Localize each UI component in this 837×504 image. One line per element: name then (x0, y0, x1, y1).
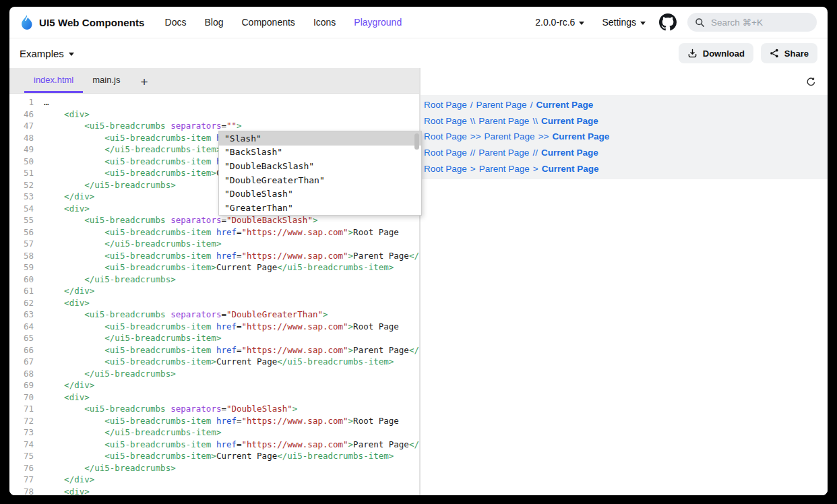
examples-label: Examples (20, 48, 64, 59)
nav-link-icons[interactable]: Icons (313, 17, 336, 28)
breadcrumb-link[interactable]: Root Page (424, 100, 467, 110)
examples-menu[interactable]: Examples (20, 48, 74, 59)
line-number: 75 (9, 450, 44, 462)
site-header: UI5 Web Components DocsBlogComponentsIco… (9, 7, 828, 38)
breadcrumb-link[interactable]: Root Page (424, 131, 467, 141)
code-line-text: </ui5-breadcrumbs> (44, 462, 176, 474)
autocomplete-option[interactable]: "DoubleSlash" (219, 187, 421, 201)
line-number: 62 (9, 297, 44, 309)
code-line[interactable]: 78 <div> (9, 486, 419, 496)
breadcrumb-link[interactable]: Root Page (424, 164, 467, 174)
code-line-text: <ui5-breadcrumbs-item href="https://www.… (44, 250, 419, 262)
share-button[interactable]: Share (761, 43, 817, 63)
code-line[interactable]: 61 </div> (9, 285, 419, 297)
dropdown-scrollbar-thumb[interactable] (414, 133, 419, 150)
search-input[interactable] (710, 17, 793, 28)
line-number: 48 (9, 132, 44, 144)
code-line-text: <ui5-breadcrumbs-item href="https://www.… (44, 321, 399, 333)
code-line[interactable]: 75 <ui5-breadcrumbs-item>Current Page</u… (9, 450, 419, 462)
breadcrumb-link[interactable]: Parent Page (485, 131, 535, 141)
code-line[interactable]: 69 </div> (9, 379, 419, 391)
breadcrumb-separator: / (530, 100, 533, 110)
tab-index.html[interactable]: index.html (24, 68, 83, 93)
editor-tabbar: index.htmlmain.js + (9, 68, 419, 94)
code-line[interactable]: 1… (9, 96, 419, 108)
code-line[interactable]: 72 <ui5-breadcrumbs-item href="https://w… (9, 415, 419, 427)
code-line[interactable]: 67 <ui5-breadcrumbs-item>Current Page</u… (9, 356, 419, 368)
breadcrumb-link[interactable]: Root Page (424, 116, 467, 126)
code-line[interactable]: 70 <div> (9, 391, 419, 404)
code-line[interactable]: 68 </ui5-breadcrumbs> (9, 368, 419, 380)
line-number: 64 (9, 321, 44, 333)
code-line[interactable]: 58 <ui5-breadcrumbs-item href="https://w… (9, 250, 419, 262)
code-line[interactable]: 62 <div> (9, 297, 419, 309)
code-line[interactable]: 59 <ui5-breadcrumbs-item>Current Page</u… (9, 261, 419, 274)
breadcrumb-link[interactable]: Parent Page (476, 100, 527, 110)
code-line[interactable]: 71 <ui5-breadcrumbs separators="DoubleSl… (9, 403, 419, 415)
code-line[interactable]: 46 <div> (9, 108, 419, 121)
autocomplete-option[interactable]: "DoubleBackSlash" (219, 159, 421, 173)
code-line[interactable]: 63 <ui5-breadcrumbs separators="DoubleGr… (9, 309, 419, 321)
code-line[interactable]: 66 <ui5-breadcrumbs-item href="https://w… (9, 344, 419, 356)
code-line[interactable]: 47 <ui5-breadcrumbs separators=""> (9, 120, 419, 132)
autocomplete-option[interactable]: "BackSlash" (219, 146, 421, 160)
code-line[interactable]: 60 </ui5-breadcrumbs> (9, 274, 419, 286)
code-line[interactable]: 55 <ui5-breadcrumbs separators="DoubleBa… (9, 214, 419, 226)
line-number: 67 (9, 356, 44, 368)
code-line[interactable]: 73 </ui5-breadcrumbs-item> (9, 427, 419, 439)
line-number: 74 (9, 439, 44, 451)
code-line-text: </ui5-breadcrumbs> (44, 179, 176, 191)
nav-link-components[interactable]: Components (241, 17, 294, 28)
code-line[interactable]: 65 </ui5-breadcrumbs-item> (9, 332, 419, 344)
settings-menu[interactable]: Settings (602, 17, 646, 28)
line-number: 46 (9, 108, 44, 121)
search-box[interactable] (687, 13, 817, 32)
brand-link[interactable]: UI5 Web Components (20, 15, 145, 30)
code-line-text: <ui5-breadcrumbs separators=""> (44, 120, 242, 132)
code-line[interactable]: 56 <ui5-breadcrumbs-item href="https://w… (9, 226, 419, 239)
code-line[interactable]: 77 </div> (9, 474, 419, 486)
code-line-text: <ui5-breadcrumbs-item>Current Page</ui5-… (44, 356, 394, 368)
breadcrumb-link[interactable]: Parent Page (478, 116, 529, 126)
code-line[interactable]: 64 <ui5-breadcrumbs-item href="https://w… (9, 321, 419, 333)
github-link[interactable] (659, 13, 677, 31)
tab-main.js[interactable]: main.js (83, 68, 129, 93)
code-line[interactable]: 76 </ui5-breadcrumbs> (9, 462, 419, 474)
nav-link-docs[interactable]: Docs (165, 17, 187, 28)
breadcrumb: Root Page>Parent Page>Current Page (424, 160, 828, 177)
breadcrumb-separator: > (533, 164, 538, 174)
code-line-text: <ui5-breadcrumbs-item>Current Page</ui5-… (44, 261, 394, 274)
breadcrumb-current: Current Page (542, 164, 599, 174)
add-tab-button[interactable]: + (129, 68, 157, 93)
nav-link-playground[interactable]: Playground (354, 17, 402, 28)
line-number: 68 (9, 368, 44, 380)
autocomplete-option[interactable]: "GreaterThan" (219, 201, 421, 215)
breadcrumb-separator: \\ (470, 116, 476, 126)
brand-title: UI5 Web Components (39, 17, 145, 28)
autocomplete-option[interactable]: "DoubleGreaterThan" (219, 173, 421, 187)
code-line[interactable]: 57 </ui5-breadcrumbs-item> (9, 238, 419, 250)
nav-link-blog[interactable]: Blog (204, 17, 223, 28)
line-number: 70 (9, 391, 44, 404)
code-line[interactable]: 74 <ui5-breadcrumbs-item href="https://w… (9, 439, 419, 451)
examples-toolbar: Examples Download (9, 38, 828, 69)
code-line-text: </ui5-breadcrumbs-item> (44, 332, 221, 344)
preview-canvas: Root Page/Parent Page/Current PageRoot P… (421, 95, 828, 179)
download-label: Download (703, 49, 745, 59)
line-number: 51 (9, 167, 44, 179)
breadcrumb-link[interactable]: Root Page (424, 148, 467, 158)
autocomplete-option[interactable]: "Slash" (219, 131, 421, 146)
version-menu[interactable]: 2.0.0-rc.6 (535, 17, 584, 28)
breadcrumb-current: Current Page (541, 148, 598, 158)
breadcrumb-link[interactable]: Parent Page (478, 148, 529, 158)
line-number: 52 (9, 179, 44, 191)
download-button[interactable]: Download (679, 43, 753, 63)
code-line-text: <ui5-breadcrumbs-item href="https://www.… (44, 344, 419, 356)
share-icon (770, 49, 779, 58)
refresh-button[interactable] (805, 75, 817, 88)
breadcrumb-current: Current Page (536, 100, 593, 110)
code-line-text: <div> (44, 203, 90, 215)
code-line-text: <div> (44, 297, 90, 309)
breadcrumb-link[interactable]: Parent Page (479, 164, 530, 174)
breadcrumb-separator: >> (470, 131, 481, 141)
